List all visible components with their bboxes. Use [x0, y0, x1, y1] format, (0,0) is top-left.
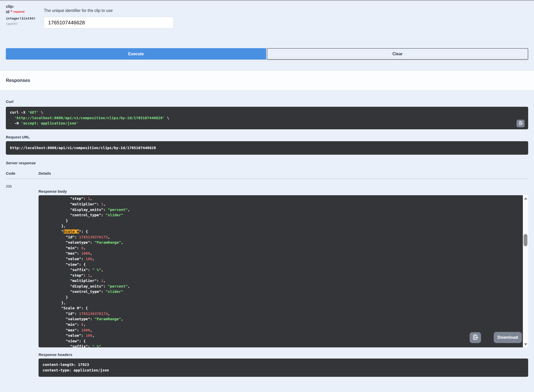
response-body-label: Response body: [39, 189, 528, 193]
copy-curl-button[interactable]: [517, 120, 525, 127]
scrollbar-down-arrow[interactable]: [523, 342, 528, 347]
response-body-wrap: "step": 1, "multiplier": 1, "display_uni…: [39, 195, 528, 347]
required-label: required: [13, 10, 24, 13]
swagger-operation-panel: clip- id * required integer($int64) (pat…: [0, 0, 534, 392]
clip-id-input[interactable]: [44, 17, 174, 28]
server-response-label: Server response: [6, 161, 528, 165]
clear-button[interactable]: Clear: [267, 48, 528, 60]
curl-label: Curl: [6, 99, 528, 104]
parameter-type: integer($int64): [6, 16, 44, 20]
download-button[interactable]: Download: [494, 332, 522, 343]
responses-content: Curl curl -X 'GET' \ 'http://localhost:8…: [0, 99, 534, 377]
copy-to-clipboard-icon: [472, 334, 479, 341]
required-star: *: [11, 10, 12, 14]
server-response-table: Code Details 200 Response body "step": 1…: [6, 171, 528, 377]
curl-command: curl -X 'GET' \ 'http://localhost:8080/a…: [10, 110, 524, 126]
response-body-code-block: "step": 1, "multiplier": 1, "display_uni…: [39, 195, 523, 347]
request-url-block: http://localhost:8080/api/v1/composition…: [6, 141, 528, 155]
execute-row: Execute Clear: [6, 48, 528, 60]
parameter-name: clip- id * required: [6, 4, 44, 14]
parameter-name-line1: clip-: [6, 4, 14, 9]
parameters-section: clip- id * required integer($int64) (pat…: [0, 0, 534, 28]
responses-title: Responses: [6, 78, 30, 83]
response-body-scrollbar[interactable]: [523, 195, 528, 347]
parameter-name-line2: id: [6, 10, 9, 14]
execute-button[interactable]: Execute: [6, 48, 266, 60]
request-url-value: http://localhost:8080/api/v1/composition…: [10, 145, 524, 151]
response-headers-label: Response headers: [39, 352, 528, 357]
scrollbar-thumb[interactable]: [524, 234, 527, 246]
code-column-header: Code: [6, 171, 39, 175]
parameter-location: (path): [6, 22, 44, 26]
request-url-label: Request URL: [6, 135, 528, 139]
curl-code-block: curl -X 'GET' \ 'http://localhost:8080/a…: [6, 107, 528, 129]
responses-header-band: Responses: [0, 71, 534, 90]
parameter-description: The unique identifier for the clip to us…: [44, 8, 528, 13]
table-row: 200 Response body "step": 1, "multiplier…: [6, 179, 528, 377]
copy-response-button[interactable]: [470, 332, 481, 343]
scrollbar-up-arrow[interactable]: [523, 196, 528, 201]
response-headers-block: content-length: 17923content-type: appli…: [39, 359, 528, 377]
status-code: 200: [6, 179, 39, 377]
copy-to-clipboard-icon: [518, 121, 523, 126]
details-column-header: Details: [39, 171, 528, 175]
